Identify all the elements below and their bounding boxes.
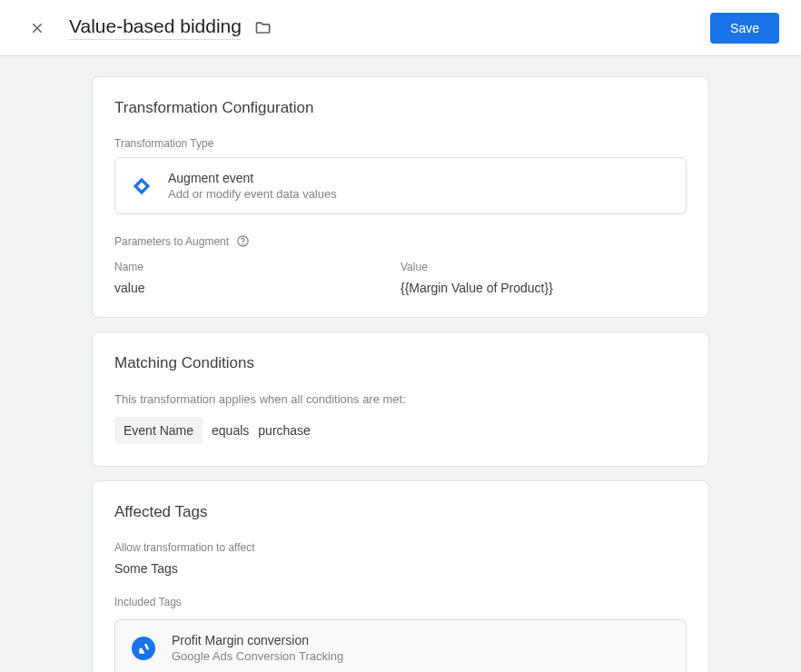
allow-label: Allow transformation to affect <box>114 541 687 554</box>
config-section-title: Transformation Configuration <box>114 99 687 117</box>
svg-point-1 <box>242 243 243 244</box>
tag-text: Profit Margin conversion Google Ads Conv… <box>172 633 343 663</box>
included-tag-box[interactable]: Profit Margin conversion Google Ads Conv… <box>114 619 687 672</box>
condition-value: purchase <box>258 423 311 438</box>
type-text: Augment event Add or modify event data v… <box>168 171 337 201</box>
page-title[interactable]: Value-based bidding <box>69 15 242 40</box>
params-row: Name value Value {{Margin Value of Produ… <box>114 261 687 295</box>
type-name: Augment event <box>168 171 337 185</box>
folder-icon[interactable] <box>254 19 272 37</box>
tags-section-title: Affected Tags <box>114 503 687 521</box>
type-field-label: Transformation Type <box>114 137 687 150</box>
condition-operator: equals <box>212 423 249 438</box>
content: Transformation Configuration Transformat… <box>0 56 801 672</box>
param-name-value: value <box>114 281 400 295</box>
title-container: Value-based bidding <box>69 15 272 40</box>
close-button[interactable] <box>22 13 53 44</box>
condition-field-chip: Event Name <box>114 417 203 444</box>
params-label: Parameters to Augment <box>114 235 229 248</box>
augment-event-icon <box>132 176 152 196</box>
allow-value: Some Tags <box>114 561 687 576</box>
card-transformation-config: Transformation Configuration Transformat… <box>92 76 709 318</box>
tag-name: Profit Margin conversion <box>172 633 343 647</box>
google-ads-icon <box>132 637 155 660</box>
conditions-description: This transformation applies when all con… <box>114 392 687 406</box>
transformation-type-box[interactable]: Augment event Add or modify event data v… <box>114 157 687 214</box>
card-affected-tags: Affected Tags Allow transformation to af… <box>92 480 709 672</box>
param-name-label: Name <box>114 261 400 273</box>
included-tags-label: Included Tags <box>114 596 687 608</box>
help-icon[interactable] <box>236 234 250 248</box>
tag-desc: Google Ads Conversion Tracking <box>172 649 343 663</box>
save-button[interactable]: Save <box>710 13 779 44</box>
param-value-label: Value <box>400 261 687 273</box>
close-icon <box>29 20 45 36</box>
type-desc: Add or modify event data values <box>168 187 337 201</box>
param-value-value: {{Margin Value of Product}} <box>400 281 687 295</box>
header-bar: Value-based bidding Save <box>0 0 801 56</box>
card-matching-conditions: Matching Conditions This transformation … <box>92 331 709 467</box>
conditions-section-title: Matching Conditions <box>114 354 687 372</box>
condition-row: Event Name equals purchase <box>114 417 687 444</box>
